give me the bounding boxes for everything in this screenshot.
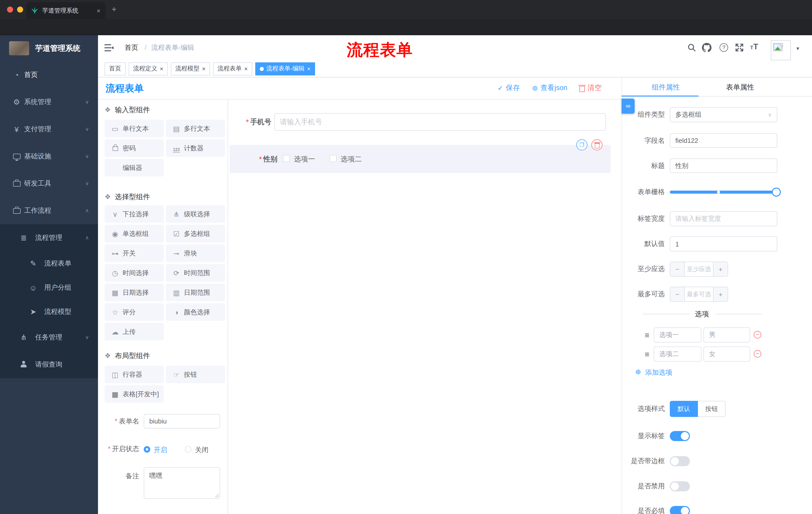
- border-toggle[interactable]: [670, 456, 690, 466]
- fullscreen-icon[interactable]: [735, 43, 744, 52]
- plus-button[interactable]: +: [714, 287, 728, 301]
- close-icon[interactable]: ×: [307, 65, 311, 72]
- clear-button[interactable]: 清空: [579, 83, 602, 92]
- view-json-button[interactable]: ⊚查看json: [532, 83, 567, 92]
- radio-off-label[interactable]: 关闭: [195, 445, 208, 455]
- form-name-input[interactable]: biubiu: [144, 414, 220, 429]
- hamburger-icon[interactable]: [105, 44, 114, 51]
- default-value-input[interactable]: 1: [670, 236, 777, 251]
- chip-table[interactable]: ▦表格[开发中]: [105, 385, 164, 403]
- help-icon[interactable]: ?: [720, 43, 728, 52]
- tag-process-form-edit[interactable]: 流程表单-编辑×: [255, 62, 315, 75]
- chip-radio-group[interactable]: ◉单选框组: [105, 225, 164, 242]
- chip-rating[interactable]: ☆评分: [105, 303, 164, 321]
- gender-checkbox-2[interactable]: [330, 155, 337, 162]
- max-select-stepper[interactable]: − 最多可选 +: [670, 287, 728, 302]
- chip-slider[interactable]: ⊸滑块: [166, 244, 225, 262]
- option-2-name-input[interactable]: 选项二: [654, 347, 701, 361]
- avatar-caret-icon[interactable]: ▾: [796, 45, 799, 52]
- close-icon[interactable]: ×: [202, 65, 205, 72]
- browser-tab[interactable]: 芋道管理系统 ×: [26, 2, 106, 19]
- sidebar-item-system[interactable]: ⚙ 系统管理 ∨: [0, 88, 98, 116]
- phone-field-input[interactable]: 请输入手机号: [274, 113, 606, 131]
- required-toggle[interactable]: [670, 506, 690, 514]
- remark-textarea[interactable]: 嘿嘿: [144, 467, 220, 499]
- minus-button[interactable]: −: [670, 262, 685, 276]
- chip-switch[interactable]: ⊶开关: [105, 244, 164, 262]
- sidebar-item-leave-query[interactable]: 请假查询: [0, 351, 98, 378]
- drag-handle-icon[interactable]: ≡: [645, 350, 649, 359]
- drag-handle-icon[interactable]: ≡: [645, 331, 649, 340]
- chip-time-picker[interactable]: ◷时间选择: [105, 264, 164, 282]
- tag-process-definition[interactable]: 流程定义×: [128, 62, 168, 75]
- gender-checkbox-1[interactable]: [283, 155, 290, 162]
- minimize-window-button[interactable]: [17, 6, 23, 12]
- chip-button[interactable]: ☞按钮: [166, 366, 225, 383]
- option-1-value-input[interactable]: 男: [703, 327, 750, 343]
- avatar[interactable]: [771, 40, 791, 60]
- radio-off[interactable]: [185, 446, 192, 453]
- chip-cascade-select[interactable]: ⋔级联选择: [166, 205, 225, 223]
- gender-option-1-label[interactable]: 选项一: [294, 154, 315, 164]
- tab-close-icon[interactable]: ×: [97, 7, 100, 14]
- breadcrumb-home[interactable]: 首页: [125, 35, 138, 60]
- remove-option-2-button[interactable]: −: [754, 350, 761, 358]
- grid-slider-track[interactable]: [670, 191, 776, 194]
- chip-row-container[interactable]: ◫行容器: [105, 366, 164, 383]
- chip-multi-line-text[interactable]: ▤多行文本: [166, 120, 225, 137]
- option-2-value-input[interactable]: 女: [703, 347, 750, 361]
- title-input[interactable]: 性别: [670, 158, 777, 173]
- github-icon[interactable]: [702, 43, 712, 52]
- show-label-toggle[interactable]: [670, 431, 690, 441]
- option-1-name-input[interactable]: 选项一: [654, 327, 701, 343]
- tag-process-form[interactable]: 流程表单×: [213, 62, 252, 75]
- label-width-input[interactable]: 请输入标签宽度: [670, 211, 777, 226]
- chip-password[interactable]: 密码: [105, 139, 164, 157]
- font-size-icon[interactable]: TT: [750, 42, 758, 51]
- chip-time-range[interactable]: ⟳时间范围: [166, 264, 225, 282]
- chip-counter[interactable]: 123计数器: [166, 139, 225, 157]
- chip-checkbox-group[interactable]: ☑多选框组: [166, 225, 225, 242]
- add-option-link[interactable]: 添加选项: [645, 368, 672, 377]
- delete-field-button[interactable]: [591, 139, 603, 151]
- minus-button[interactable]: −: [670, 287, 685, 301]
- close-icon[interactable]: ×: [160, 65, 163, 72]
- radio-on-label[interactable]: 开启: [154, 445, 167, 455]
- sidebar-item-user-group[interactable]: ☺ 用户分组: [0, 276, 98, 300]
- chip-date-range[interactable]: ▥日期范围: [166, 283, 225, 301]
- plus-button[interactable]: +: [714, 262, 728, 276]
- sidebar-item-process-management[interactable]: ≣ 流程管理 ∧: [0, 224, 98, 251]
- close-icon[interactable]: ×: [244, 65, 248, 72]
- sidebar-item-home[interactable]: ◔ 首页: [0, 61, 98, 88]
- sidebar-item-process-form[interactable]: ✎ 流程表单: [0, 251, 98, 276]
- tab-component-props[interactable]: 组件属性: [631, 83, 701, 92]
- sidebar-item-devtools[interactable]: 研发工具 ∨: [0, 170, 98, 197]
- chip-single-line-text[interactable]: ▭单行文本: [105, 120, 164, 137]
- style-default-button[interactable]: 默认: [670, 401, 698, 417]
- gender-option-2-label[interactable]: 选项二: [341, 154, 362, 164]
- sidebar-item-process-model[interactable]: ➤ 流程模型: [0, 300, 98, 324]
- close-window-button[interactable]: [7, 6, 13, 12]
- search-icon[interactable]: [687, 43, 696, 52]
- chip-color-picker[interactable]: ◑颜色选择: [166, 303, 225, 321]
- grid-slider-handle[interactable]: [772, 188, 781, 197]
- new-tab-button[interactable]: +: [112, 4, 117, 15]
- sidebar-item-workflow[interactable]: 工作流程 ∧: [0, 197, 98, 224]
- remove-option-1-button[interactable]: −: [754, 331, 761, 339]
- copy-field-button[interactable]: ❐: [576, 139, 587, 151]
- plus-circle-icon[interactable]: ⊕: [635, 368, 641, 376]
- component-type-select[interactable]: 多选框组∨: [670, 107, 777, 122]
- chip-upload[interactable]: ☁上传: [105, 323, 164, 341]
- sidebar-item-infrastructure[interactable]: 基础设施 ∨: [0, 143, 98, 170]
- sidebar-item-task-management[interactable]: ⋔ 任务管理 ∨: [0, 324, 98, 351]
- style-button-button[interactable]: 按钮: [698, 401, 726, 417]
- sidebar-item-payment[interactable]: ¥ 支付管理 ∨: [0, 116, 98, 143]
- radio-on[interactable]: [144, 446, 150, 453]
- tag-process-model[interactable]: 流程模型×: [171, 62, 210, 75]
- chip-date-picker[interactable]: ▦日期选择: [105, 283, 164, 301]
- tag-home[interactable]: 首页: [105, 62, 126, 75]
- field-name-input[interactable]: field122: [670, 133, 777, 148]
- min-select-stepper[interactable]: − 至少应选 +: [670, 262, 728, 277]
- tab-form-props[interactable]: 表单属性: [705, 83, 775, 92]
- chip-editor[interactable]: 编辑器: [105, 159, 164, 177]
